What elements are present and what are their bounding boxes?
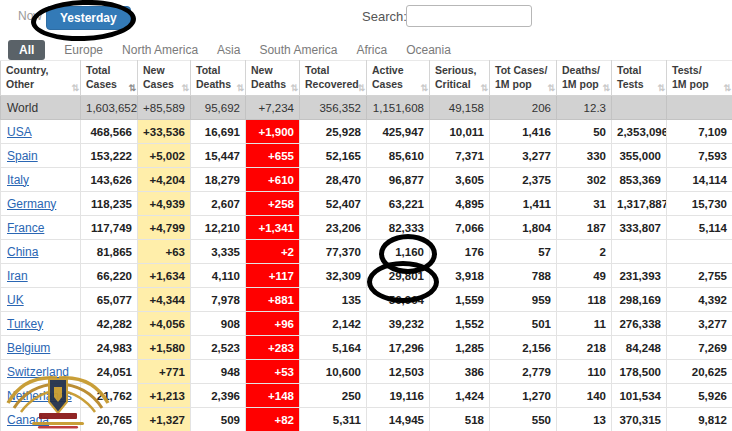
header-row: Country, Other⇅Total Cases⇅New Cases⇅Tot… <box>1 61 732 96</box>
table-row-usa: USA468,566+33,53616,691+1,90025,928425,9… <box>1 120 732 144</box>
table-cell: 20,765 <box>81 408 138 431</box>
table-cell: 1,285 <box>430 336 490 360</box>
table-cell: 96,877 <box>367 168 430 192</box>
country-link[interactable]: Belgium <box>7 341 50 355</box>
table-cell: +1,327 <box>138 408 191 431</box>
table-cell: 4,392 <box>667 288 732 312</box>
tab-africa[interactable]: Africa <box>356 43 387 57</box>
table-cell: 3,277 <box>490 144 557 168</box>
sort-icon[interactable]: ⇅ <box>480 83 487 93</box>
table-cell: 1,151,608 <box>367 96 430 120</box>
country-link[interactable]: France <box>7 221 44 235</box>
column-header-active-cases[interactable]: Active Cases⇅ <box>367 61 430 96</box>
sort-icon[interactable]: ⇅ <box>128 83 135 93</box>
country-link[interactable]: Netherlands <box>7 389 72 403</box>
search-label: Search: <box>362 9 407 24</box>
table-cell: 5,164 <box>300 336 367 360</box>
yesterday-button[interactable]: Yesterday <box>46 6 131 30</box>
table-cell: +148 <box>246 384 300 408</box>
sort-icon[interactable]: ⇅ <box>290 83 297 93</box>
table-cell: 57 <box>490 240 557 264</box>
tab-north-america[interactable]: North America <box>122 43 198 57</box>
sort-icon[interactable]: ⇅ <box>357 83 364 93</box>
column-header-new-deaths[interactable]: New Deaths⇅ <box>246 61 300 96</box>
table-cell: 1,416 <box>490 120 557 144</box>
table-row-netherlands: Netherlands21,762+1,2132,396+14825019,11… <box>1 384 732 408</box>
table-cell: +85,589 <box>138 96 191 120</box>
table-cell: 2,353,096 <box>612 120 667 144</box>
table-cell: 178,500 <box>612 360 667 384</box>
sort-icon[interactable]: ⇅ <box>723 83 730 93</box>
table-cell: +4,344 <box>138 288 191 312</box>
column-header-label: Country, Other <box>6 64 77 91</box>
tab-south-america[interactable]: South America <box>259 43 337 57</box>
sort-icon[interactable]: ⇅ <box>602 83 609 93</box>
table-row-switzerland: Switzerland24,051+771948+5310,60012,5033… <box>1 360 732 384</box>
table-cell: 12,503 <box>367 360 430 384</box>
table-cell: +1,634 <box>138 264 191 288</box>
table-cell <box>667 96 732 120</box>
table-cell: 18,279 <box>191 168 246 192</box>
column-header-deaths-1m-pop[interactable]: Deaths/ 1M pop⇅ <box>557 61 612 96</box>
country-link[interactable]: China <box>7 245 38 259</box>
column-header-tests-1m-pop[interactable]: Tests/ 1M pop⇅ <box>667 61 732 96</box>
column-header-serious-critical[interactable]: Serious, Critical⇅ <box>430 61 490 96</box>
table-cell: 853,369 <box>612 168 667 192</box>
table-cell: +53 <box>246 360 300 384</box>
sort-icon[interactable]: ⇅ <box>420 83 427 93</box>
now-toggle[interactable]: Now <box>18 9 42 23</box>
table-cell: 56,964 <box>367 288 430 312</box>
country-link[interactable]: Germany <box>7 197 56 211</box>
table-cell: 468,566 <box>81 120 138 144</box>
table-row-world: World1,603,652+85,58995,692+7,234356,352… <box>1 96 732 120</box>
table-cell: +1,580 <box>138 336 191 360</box>
table-cell: 550 <box>490 408 557 431</box>
table-cell: 77,370 <box>300 240 367 264</box>
covid-stats-table: Country, Other⇅Total Cases⇅New Cases⇅Tot… <box>0 60 732 431</box>
table-cell: 206 <box>490 96 557 120</box>
table-cell: +96 <box>246 312 300 336</box>
country-link[interactable]: Iran <box>7 269 28 283</box>
sort-icon[interactable]: ⇅ <box>236 83 243 93</box>
country-link[interactable]: UK <box>7 293 24 307</box>
table-row-canada: Canada20,765+1,327509+825,31114,94551855… <box>1 408 732 431</box>
table-cell: 1,411 <box>490 192 557 216</box>
table-cell: 7,109 <box>667 120 732 144</box>
country-link[interactable]: USA <box>7 125 32 139</box>
table-cell: 2,142 <box>300 312 367 336</box>
column-header-total-deaths[interactable]: Total Deaths⇅ <box>191 61 246 96</box>
table-cell: 2,607 <box>191 192 246 216</box>
country-link[interactable]: Canada <box>7 413 49 427</box>
country-link[interactable]: Italy <box>7 173 29 187</box>
sort-icon[interactable]: ⇅ <box>71 83 78 93</box>
sort-icon[interactable]: ⇅ <box>181 83 188 93</box>
tab-europe[interactable]: Europe <box>64 43 103 57</box>
country-link[interactable]: Turkey <box>7 317 43 331</box>
column-header-new-cases[interactable]: New Cases⇅ <box>138 61 191 96</box>
table-cell: 42,282 <box>81 312 138 336</box>
table-cell: 118 <box>557 288 612 312</box>
tab-all[interactable]: All <box>8 40 45 60</box>
search-input[interactable] <box>406 5 532 27</box>
tab-oceania[interactable]: Oceania <box>406 43 451 57</box>
country-link[interactable]: Spain <box>7 149 38 163</box>
country-link[interactable]: Switzerland <box>7 365 69 379</box>
table-cell: 959 <box>490 288 557 312</box>
table-cell: 39,232 <box>367 312 430 336</box>
table-cell: +82 <box>246 408 300 431</box>
column-header-total-recovered[interactable]: Total Recovered⇅ <box>300 61 367 96</box>
column-header-total-tests[interactable]: Total Tests⇅ <box>612 61 667 96</box>
column-header-country-other[interactable]: Country, Other⇅ <box>1 61 81 96</box>
column-header-label: Deaths/ 1M pop <box>562 64 608 91</box>
table-cell: 218 <box>557 336 612 360</box>
column-header-label: Tot Cases/ 1M pop <box>495 64 553 91</box>
table-cell: 14,945 <box>367 408 430 431</box>
sort-icon[interactable]: ⇅ <box>657 83 664 93</box>
table-cell: +7,234 <box>246 96 300 120</box>
table-cell: +1,213 <box>138 384 191 408</box>
column-header-total-cases[interactable]: Total Cases⇅ <box>81 61 138 96</box>
tab-asia[interactable]: Asia <box>217 43 240 57</box>
sort-icon[interactable]: ⇅ <box>547 83 554 93</box>
column-header-tot-cases-1m-pop[interactable]: Tot Cases/ 1M pop⇅ <box>490 61 557 96</box>
table-cell: +655 <box>246 144 300 168</box>
